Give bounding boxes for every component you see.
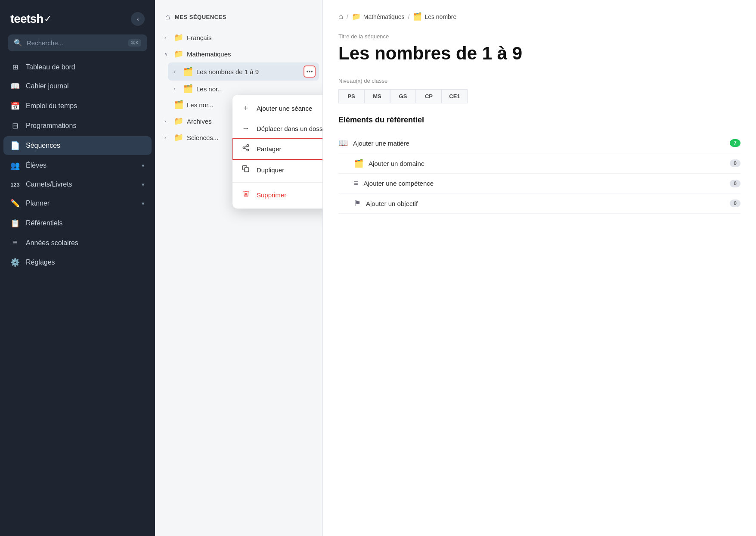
ref-row-domaine[interactable]: 🗂️ Ajouter un domaine 0 — [338, 153, 741, 174]
badge-matiere: 7 — [730, 139, 741, 147]
tree-label-mathematiques: Mathématiques — [187, 50, 311, 58]
tree-item-francais[interactable]: › 📁 Français — [158, 30, 319, 45]
sidebar-label-sequences: Séquences — [26, 142, 60, 150]
sidebar: teetsh ✓ ‹ 🔍 Recherche... ⌘K ⊞ Tableau d… — [0, 0, 155, 536]
breadcrumb: ⌂ / 📁 Mathématiques / 🗂️ Les nombre — [338, 12, 741, 21]
annees-icon: ≡ — [10, 238, 20, 247]
tree-item-mathematiques[interactable]: ∨ 📁 Mathématiques — [158, 46, 319, 62]
chevron-right-icon-n2: › — [174, 86, 180, 91]
book-ref-icon: 📖 — [338, 138, 348, 148]
competence-ref-icon: ≡ — [354, 179, 359, 188]
trash-icon — [241, 190, 251, 199]
niveau-ce1[interactable]: CE1 — [442, 89, 468, 103]
folder-bc-icon-seq: 🗂️ — [413, 12, 422, 21]
sidebar-label-reglages: Réglages — [26, 259, 55, 266]
duplicate-icon — [241, 165, 251, 175]
ref-label-matiere: Ajouter une matière — [353, 140, 725, 147]
badge-domaine: 0 — [730, 159, 741, 167]
students-icon: 👥 — [10, 161, 20, 170]
ctx-ajouter-seance[interactable]: + Ajouter une séance — [232, 98, 323, 118]
badge-objectif: 0 — [730, 199, 741, 207]
ctx-dupliquer[interactable]: Dupliquer — [232, 159, 323, 181]
ctx-label-ajouter: Ajouter une séance — [257, 105, 312, 112]
middle-panel: ⌂ MES SÉQUENCES › 📁 Français ∨ 📁 Mathéma… — [155, 0, 323, 536]
sidebar-label-carnets: Carnets/Livrets — [26, 181, 72, 188]
context-menu: + Ajouter une séance → Déplacer dans un … — [232, 95, 323, 209]
sidebar-logo-area: teetsh ✓ ‹ — [0, 0, 155, 34]
niveau-cp[interactable]: CP — [416, 89, 442, 103]
svg-line-3 — [245, 148, 247, 150]
search-icon: 🔍 — [14, 39, 22, 47]
home-bc-icon: ⌂ — [338, 12, 343, 21]
dashboard-icon: ⊞ — [10, 63, 20, 71]
breadcrumb-sequence[interactable]: 🗂️ Les nombre — [413, 12, 456, 21]
folder-dark-icon-n1: 🗂️ — [183, 67, 193, 76]
sidebar-item-tableau[interactable]: ⊞ Tableau de bord — [3, 58, 152, 76]
sidebar-label-annees: Années scolaires — [26, 239, 78, 247]
ctx-label-supprimer: Supprimer — [257, 191, 286, 199]
sequences-icon: 📄 — [10, 141, 20, 150]
planner-icon: ✏️ — [10, 199, 20, 208]
search-bar[interactable]: 🔍 Recherche... ⌘K — [8, 34, 147, 51]
grid-icon: ⊟ — [10, 121, 20, 131]
tree-item-nombres2[interactable]: › 🗂️ Les nor... — [168, 81, 319, 97]
ctx-deplacer[interactable]: → Déplacer dans un dossier — [232, 118, 323, 138]
sidebar-item-annees[interactable]: ≡ Années scolaires — [3, 234, 152, 252]
breadcrumb-maths[interactable]: 📁 Mathématiques — [352, 12, 405, 21]
ref-label-competence: Ajouter une compétence — [364, 180, 725, 187]
sidebar-item-cahier[interactable]: 📖 Cahier journal — [3, 77, 152, 96]
sidebar-label-tableau: Tableau de bord — [26, 63, 75, 71]
niveau-ps[interactable]: PS — [338, 89, 364, 103]
sidebar-item-eleves[interactable]: 👥 Élèves ▾ — [3, 156, 152, 175]
folder-icon-math: 📁 — [174, 49, 183, 59]
chevron-right-icon: › — [164, 35, 170, 40]
sidebar-item-emploi[interactable]: 📅 Emploi du temps — [3, 97, 152, 115]
referentiel-title: Eléments du référentiel — [338, 115, 741, 125]
sidebar-item-reglages[interactable]: ⚙️ Réglages — [3, 253, 152, 272]
sidebar-label-emploi: Emploi du temps — [26, 102, 77, 110]
niveau-gs[interactable]: GS — [390, 89, 416, 103]
ctx-label-deplacer: Déplacer dans un dossier — [257, 125, 323, 132]
sidebar-item-sequences[interactable]: 📄 Séquences — [3, 136, 152, 155]
niveau-ms[interactable]: MS — [364, 89, 390, 103]
tree-item-nombres1[interactable]: › 🗂️ Les nombres de 1 à 9 ••• — [168, 62, 319, 81]
niveau-label: Niveau(x) de classe — [338, 78, 741, 84]
logo: teetsh ✓ — [10, 12, 52, 26]
more-options-button[interactable]: ••• — [304, 65, 316, 78]
sidebar-item-carnets[interactable]: 123 Carnets/Livrets ▾ — [3, 176, 152, 193]
chevron-right-icon-n1: › — [174, 69, 180, 74]
objectif-ref-icon: ⚑ — [354, 199, 361, 208]
sidebar-label-planner: Planner — [26, 199, 50, 207]
sidebar-item-programmations[interactable]: ⊟ Programmations — [3, 116, 152, 135]
folder-icon-sciences: 📁 — [174, 133, 183, 142]
breadcrumb-home[interactable]: ⌂ — [338, 12, 343, 21]
sidebar-item-referentiels[interactable]: 📋 Référentiels — [3, 214, 152, 233]
folder-bc-icon-maths: 📁 — [352, 12, 361, 21]
chevron-right-icon-sci: › — [164, 135, 170, 140]
nav-items: ⊞ Tableau de bord 📖 Cahier journal 📅 Emp… — [0, 58, 155, 536]
plus-icon: + — [241, 104, 251, 113]
ref-row-competence[interactable]: ≡ Ajouter une compétence 0 — [338, 174, 741, 193]
sidebar-label-cahier: Cahier journal — [26, 82, 69, 90]
ctx-label-dupliquer: Dupliquer — [257, 166, 284, 174]
ref-row-matiere[interactable]: 📖 Ajouter une matière 7 — [338, 133, 741, 153]
ctx-label-partager: Partager — [257, 145, 282, 153]
breadcrumb-sep-2: / — [408, 13, 409, 20]
settings-icon: ⚙️ — [10, 258, 20, 267]
ctx-partager[interactable]: Partager — [232, 138, 323, 159]
ctx-divider — [232, 182, 323, 183]
arrow-right-icon: → — [241, 124, 251, 133]
ref-row-objectif[interactable]: ⚑ Ajouter un objectif 0 — [338, 193, 741, 214]
sequence-label: Titre de la séquence — [338, 33, 741, 40]
sidebar-label-programmations: Programmations — [26, 122, 76, 130]
badge-competence: 0 — [730, 180, 741, 187]
svg-line-4 — [245, 146, 247, 147]
breadcrumb-sequence-label: Les nombre — [424, 13, 456, 20]
chevron-right-icon-arch: › — [164, 118, 170, 124]
share-icon — [241, 144, 251, 154]
sidebar-item-planner[interactable]: ✏️ Planner ▾ — [3, 194, 152, 213]
collapse-sidebar-button[interactable]: ‹ — [131, 12, 145, 26]
mes-sequences-label: MES SÉQUENCES — [175, 14, 226, 20]
ctx-supprimer[interactable]: Supprimer — [232, 184, 323, 205]
folder-dark-icon-n3: 🗂️ — [174, 100, 183, 109]
